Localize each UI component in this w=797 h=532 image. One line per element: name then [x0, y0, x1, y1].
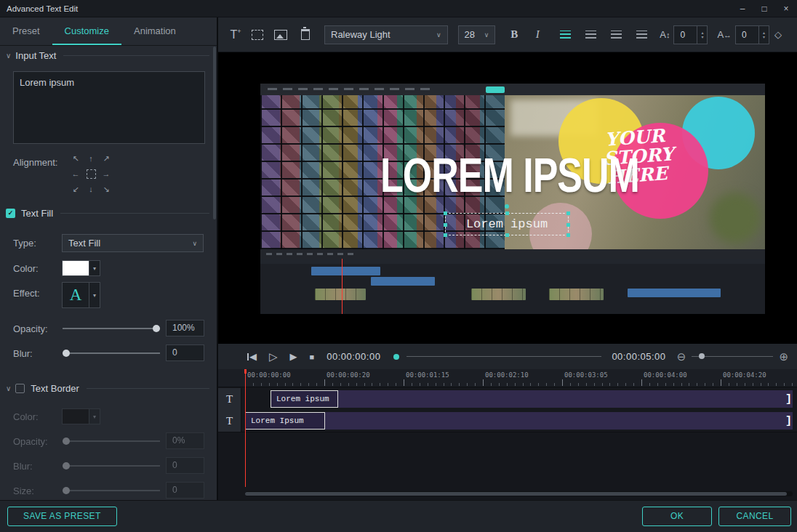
apply-to-all-button[interactable]: ◇ — [769, 25, 787, 44]
text-box-button[interactable] — [249, 25, 266, 44]
fill-opacity-value[interactable]: 100% — [166, 320, 204, 336]
text-fill-checkbox[interactable]: ✓ — [6, 209, 15, 218]
align-bottom-right-button[interactable]: ↘ — [100, 183, 112, 195]
clip-end-bracket[interactable]: ] — [785, 390, 792, 408]
text-border-section-header[interactable]: ∨ Text Border — [6, 382, 209, 394]
slider-thumb[interactable] — [63, 462, 70, 469]
timeline-ruler[interactable]: 00:00:00:00 00:00:00:20 00:00:01:15 00:0… — [218, 369, 797, 387]
ok-button[interactable]: OK — [642, 507, 712, 526]
tab-animation[interactable]: Animation — [121, 17, 188, 45]
border-size-slider[interactable] — [63, 486, 160, 495]
zoom-out-button[interactable]: ⊖ — [677, 350, 686, 363]
video-preview: YOUR STORY HERE LOREM IPSUM Lorem ipsum — [218, 52, 797, 344]
border-opacity-value[interactable]: 0% — [166, 432, 204, 449]
headline-text[interactable]: LOREM IPSUM — [380, 148, 639, 203]
fill-blur-value[interactable]: 0 — [166, 344, 204, 361]
clip-label-box[interactable]: Lorem Ipsum — [245, 412, 325, 430]
align-top-left-button[interactable]: ↖ — [70, 153, 81, 164]
border-blur-value[interactable]: 0 — [166, 457, 204, 474]
line-spacing-icon: A ↕ — [660, 29, 670, 40]
fill-effect-picker[interactable]: A ▾ — [62, 282, 100, 308]
zoom-in-button[interactable]: ⊕ — [779, 350, 788, 363]
zoom-slider[interactable] — [692, 356, 773, 357]
line-spacing-stepper[interactable]: 0 ▴ ▾ — [673, 25, 708, 44]
close-button[interactable]: × — [775, 0, 797, 17]
text-clip-1[interactable]: Lorem ipsum ] — [271, 390, 793, 408]
insert-image-button[interactable] — [272, 25, 289, 44]
italic-button[interactable]: I — [529, 25, 546, 44]
stepper-down-icon[interactable]: ▾ — [701, 35, 703, 39]
slider-thumb[interactable] — [63, 350, 70, 357]
slider-thumb[interactable] — [153, 325, 160, 332]
align-top-button[interactable]: ↑ — [85, 153, 97, 164]
delete-button[interactable] — [297, 25, 314, 44]
swatch-arrow-icon: ▾ — [89, 283, 100, 307]
add-text-button[interactable]: T + — [227, 25, 244, 44]
border-blur-slider[interactable] — [63, 462, 160, 470]
letter-spacing-stepper[interactable]: 0 ▴ ▾ — [735, 25, 769, 44]
fill-opacity-slider[interactable] — [63, 324, 160, 333]
next-frame-button[interactable]: ▶ — [290, 351, 297, 362]
font-family-dropdown[interactable]: Raleway Light ∨ — [324, 25, 448, 44]
fill-type-dropdown[interactable]: Text Fill ∨ — [62, 234, 204, 252]
slider-thumb[interactable] — [63, 438, 70, 445]
stop-button[interactable]: ■ — [310, 352, 315, 361]
bold-button[interactable]: B — [505, 25, 523, 44]
scrollbar-thumb[interactable] — [245, 492, 787, 496]
resize-handle[interactable] — [566, 233, 570, 237]
text-border-checkbox[interactable] — [15, 384, 25, 393]
align-right-button[interactable] — [607, 25, 625, 44]
fill-blur-slider[interactable] — [63, 349, 160, 358]
border-color-picker[interactable]: ▾ — [62, 408, 100, 424]
fill-color-picker[interactable]: ▾ — [62, 260, 100, 276]
panel-scrollbar[interactable] — [213, 47, 216, 219]
stepper-arrows[interactable]: ▴ ▾ — [758, 26, 769, 44]
cancel-button[interactable]: CANCEL — [718, 507, 791, 526]
stop-icon: ■ — [310, 352, 315, 361]
clip-label-box[interactable]: Lorem ipsum — [271, 390, 338, 408]
align-center-button[interactable] — [85, 168, 97, 180]
align-top-right-button[interactable]: ↗ — [100, 153, 112, 164]
resize-handle[interactable] — [566, 223, 570, 227]
tab-customize[interactable]: Customize — [52, 17, 121, 45]
stepper-arrows[interactable]: ▴ ▾ — [697, 26, 707, 44]
progress-handle[interactable] — [393, 354, 399, 360]
resize-handle[interactable] — [505, 233, 509, 237]
align-right-icon — [611, 31, 622, 39]
letter-a-glyph: A — [717, 29, 724, 40]
zoom-slider-thumb[interactable] — [699, 353, 705, 359]
save-as-preset-button[interactable]: SAVE AS PRESET — [7, 507, 117, 526]
align-bottom-button[interactable]: ↓ — [85, 183, 97, 195]
font-size-dropdown[interactable]: 28 ∨ — [458, 25, 496, 44]
maximize-button[interactable]: □ — [753, 0, 775, 17]
input-text-field[interactable]: Lorem ipsum — [13, 71, 205, 144]
rotate-handle[interactable] — [505, 204, 509, 209]
horizontal-scrollbar[interactable] — [245, 491, 793, 496]
align-bottom-left-button[interactable]: ↙ — [70, 183, 81, 195]
align-left-button[interactable]: ← — [70, 168, 81, 180]
input-text-section-header[interactable]: ∨ Input Text — [6, 49, 209, 61]
align-justify-button[interactable] — [633, 25, 650, 44]
slider-thumb[interactable] — [63, 487, 70, 494]
resize-handle[interactable] — [444, 211, 447, 215]
border-size-value[interactable]: 0 — [166, 482, 204, 499]
align-left-button[interactable] — [556, 25, 574, 44]
resize-handle[interactable] — [566, 211, 570, 215]
selected-text[interactable]: Lorem ipsum — [466, 217, 548, 231]
play-button[interactable]: ▷ — [269, 350, 278, 363]
clip-end-bracket[interactable]: ] — [785, 412, 792, 430]
stepper-down-icon[interactable]: ▾ — [763, 35, 765, 39]
selected-text-box[interactable]: Lorem ipsum — [445, 213, 569, 235]
align-center-button[interactable] — [582, 25, 599, 44]
previous-frame-button[interactable]: ◀ — [247, 351, 257, 362]
text-clip-2[interactable]: Lorem Ipsum ] — [245, 412, 793, 430]
align-right-button[interactable]: → — [100, 168, 112, 180]
resize-handle[interactable] — [505, 211, 509, 215]
resize-handle[interactable] — [444, 233, 447, 237]
tab-preset[interactable]: Preset — [0, 17, 52, 45]
border-opacity-slider[interactable] — [63, 437, 160, 446]
timeline-playhead[interactable] — [245, 369, 246, 487]
progress-track[interactable] — [406, 356, 601, 357]
minimize-button[interactable]: – — [732, 0, 753, 17]
resize-handle[interactable] — [444, 223, 447, 227]
